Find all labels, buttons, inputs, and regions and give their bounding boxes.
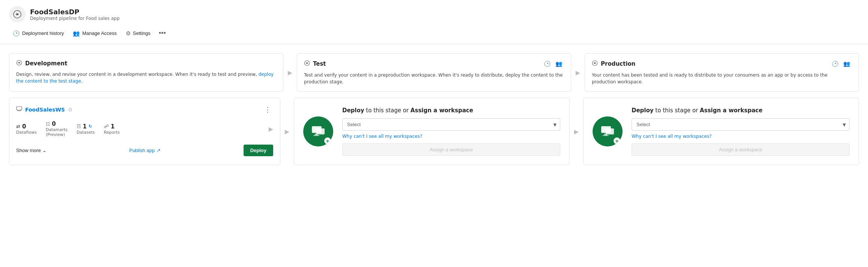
stage-test-header: Test 🕑 👥	[304, 60, 564, 68]
prod-assign-title: Deploy to this stage or Assign a workspa…	[632, 107, 850, 114]
stage-test-title-group: Test	[304, 60, 326, 68]
prod-assign-content: Deploy to this stage or Assign a workspa…	[632, 107, 850, 156]
test-assign-content: Deploy to this stage or Assign a workspa…	[342, 107, 560, 156]
reports-count: 1	[111, 123, 114, 130]
deployment-history-button[interactable]: 🕑 Deployment history	[9, 28, 68, 39]
prod-assign-workspace-button: Assign a workspace	[632, 143, 850, 156]
assign-workspace-bold: Assign a workspace	[411, 107, 473, 114]
stage-test-actions: 🕑 👥	[542, 60, 564, 68]
stage-test: Test 🕑 👥 Test and verify your content in…	[297, 53, 571, 92]
arrow-dev-content: ▶	[280, 98, 294, 165]
app-title: FoodSalesDP	[30, 8, 120, 16]
deployment-history-label: Deployment history	[22, 30, 64, 36]
deploy-bold: Deploy	[342, 107, 364, 114]
app-header: FoodSalesDP Deployment pipeline for Food…	[0, 0, 868, 26]
publish-app-button[interactable]: Publish app ↗	[126, 145, 164, 155]
workspace-name-group: FoodSalesWS ⚙	[16, 106, 73, 113]
stat-datamarts-value: ☷ 0	[46, 121, 56, 127]
svg-rect-14	[606, 128, 614, 134]
show-more-label: Show more	[16, 148, 41, 153]
production-assign-card: + Deploy to this stage or Assign a works…	[583, 98, 859, 165]
dataset-icon: ☶	[77, 124, 81, 129]
svg-rect-13	[603, 135, 609, 136]
app-title-group: FoodSalesDP Deployment pipeline for Food…	[30, 8, 120, 21]
stage-prod-icon	[592, 60, 598, 68]
stat-reports-value: ☍ 1	[104, 123, 115, 130]
stat-dataflows-value: ⇄ 0	[16, 123, 26, 130]
datasets-label: Datasets	[77, 130, 95, 135]
stage-prod-title-group: Production	[592, 60, 635, 68]
test-assign-card: + Deploy to this stage or Assign a works…	[294, 98, 570, 165]
deploy-button[interactable]: Deploy	[244, 145, 273, 156]
settings-icon: ⚙	[126, 30, 131, 37]
main-content: Development Design, review, and revise y…	[0, 44, 868, 174]
show-more-button[interactable]: Show more ⌄	[16, 145, 47, 155]
prod-workspace-select[interactable]: Select	[632, 118, 850, 131]
test-workspace-link[interactable]: Why can't I see all my workspaces?	[342, 134, 560, 139]
test-workspace-select[interactable]: Select	[342, 118, 560, 131]
test-select-wrapper: Select ▼	[342, 118, 560, 131]
datasets-count: 1	[83, 123, 87, 130]
app-subtitle: Deployment pipeline for Food sales app	[30, 16, 120, 21]
svg-rect-8	[313, 135, 319, 136]
svg-rect-9	[316, 128, 325, 134]
datamarts-label: Datamarts(Preview)	[46, 127, 68, 137]
test-settings-btn[interactable]: 👥	[554, 60, 564, 68]
chevron-down-icon: ⌄	[42, 148, 47, 153]
arrow-dev-to-test: ▶	[283, 53, 297, 92]
dataflow-icon: ⇄	[16, 124, 20, 129]
stage-test-title: Test	[313, 60, 326, 67]
manage-access-button[interactable]: 👥 Manage Access	[69, 28, 120, 39]
workspace-menu-button[interactable]: ⋮	[262, 105, 273, 115]
stat-datasets: ☶ 1 ↻ Datasets	[77, 123, 95, 135]
test-history-btn[interactable]: 🕑	[542, 60, 552, 68]
prod-history-btn[interactable]: 🕑	[830, 60, 840, 68]
stats-row: ⇄ 0 Dataflows ☷ 0 Datamarts(Preview) ☶ 1	[16, 121, 273, 137]
test-assign-workspace-button: Assign a workspace	[342, 143, 560, 156]
stage-development-desc: Design, review, and revise your content …	[16, 71, 276, 84]
workspace-name[interactable]: FoodSalesWS	[25, 107, 65, 113]
workspace-settings-icon[interactable]: ⚙	[68, 107, 73, 113]
stat-reports: ☍ 1 Reports	[104, 123, 120, 135]
deploy-bold-prod: Deploy	[632, 107, 654, 114]
stage-test-icon	[304, 60, 310, 68]
publish-app-label: Publish app	[129, 148, 155, 153]
settings-button[interactable]: ⚙ Settings	[122, 28, 154, 39]
arrow-test-to-prod: ▶	[571, 53, 585, 92]
assign-workspace-bold-prod: Assign a workspace	[700, 107, 763, 114]
prod-settings-btn[interactable]: 👥	[842, 60, 852, 68]
stage-test-desc: Test and verify your content in a prepro…	[304, 72, 564, 85]
report-icon: ☍	[104, 124, 109, 129]
stages-row: Development Design, review, and revise y…	[9, 53, 859, 92]
stat-datamarts: ☷ 0 Datamarts(Preview)	[46, 121, 68, 137]
stage-development: Development Design, review, and revise y…	[9, 53, 283, 92]
stat-datasets-value: ☶ 1 ↻	[77, 123, 92, 130]
workspace-icon	[16, 106, 22, 113]
plus-icon: +	[324, 137, 331, 144]
test-assign-title: Deploy to this stage or Assign a workspa…	[342, 107, 560, 114]
more-options-button[interactable]: •••	[156, 27, 169, 39]
stage-production-header: Production 🕑 👥	[592, 60, 852, 68]
svg-rect-4	[17, 107, 22, 110]
prod-select-wrapper: Select ▼	[632, 118, 850, 131]
settings-label: Settings	[133, 30, 150, 36]
stage-production-desc: Your content has been tested and is read…	[592, 72, 852, 85]
stage-production-title: Production	[601, 60, 635, 67]
stage-prod-actions: 🕑 👥	[830, 60, 852, 68]
datamart-icon: ☷	[46, 121, 50, 127]
people-icon: 👥	[73, 30, 80, 37]
prod-assign-icon: +	[593, 116, 623, 146]
plus-icon: +	[614, 137, 620, 144]
workspace-header: FoodSalesWS ⚙ ⋮	[16, 105, 273, 115]
test-assign-icon: +	[303, 116, 333, 146]
content-row: FoodSalesWS ⚙ ⋮ ⇄ 0 Dataflows ☷ 0	[9, 98, 859, 165]
manage-access-label: Manage Access	[82, 30, 117, 36]
stage-dev-icon	[16, 60, 22, 67]
refresh-icon: ↻	[89, 124, 92, 129]
dataflows-count: 0	[22, 123, 26, 130]
stats-arrow[interactable]: ▶	[269, 125, 273, 133]
prod-workspace-link[interactable]: Why can't I see all my workspaces?	[632, 134, 850, 139]
reports-label: Reports	[104, 130, 120, 135]
stage-development-title: Development	[25, 60, 67, 67]
dataflows-label: Dataflows	[16, 130, 37, 135]
